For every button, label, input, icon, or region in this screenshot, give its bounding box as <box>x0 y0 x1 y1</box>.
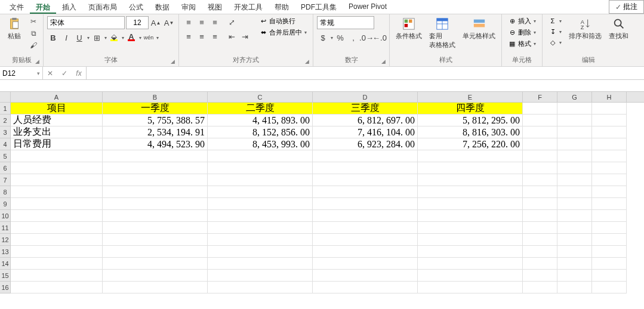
cell[interactable]: 5, 755, 388. 57 <box>103 115 208 126</box>
phonetic-dd-icon[interactable]: ▾ <box>156 35 159 41</box>
col-header-d[interactable]: D <box>313 92 418 102</box>
cell[interactable] <box>313 162 418 174</box>
cell[interactable] <box>557 186 592 198</box>
cell[interactable]: 一季度 <box>103 103 208 115</box>
tab-developer[interactable]: 开发工具 <box>228 0 269 14</box>
number-format-select[interactable] <box>317 16 374 29</box>
format-as-table-button[interactable]: 套用 表格格式 <box>427 16 458 51</box>
cell[interactable]: 5, 812, 295. 00 <box>418 115 523 126</box>
col-header-f[interactable]: F <box>523 92 557 102</box>
cell[interactable] <box>11 186 103 198</box>
format-cells-button[interactable]: ▦格式▾ <box>506 39 538 49</box>
row-header[interactable]: 2 <box>0 115 11 126</box>
align-center-button[interactable]: ≡ <box>196 30 208 42</box>
cell[interactable] <box>523 150 557 162</box>
tab-view[interactable]: 视图 <box>202 0 228 14</box>
cell[interactable] <box>208 234 313 246</box>
cell[interactable]: 三季度 <box>313 103 418 115</box>
dec-decimal-button[interactable]: ←.0 <box>374 32 386 44</box>
cell[interactable] <box>313 186 418 198</box>
cell[interactable]: 8, 152, 856. 00 <box>208 126 313 138</box>
cell[interactable] <box>592 258 627 270</box>
cell[interactable] <box>208 246 313 258</box>
cell[interactable] <box>11 270 103 282</box>
select-all-corner[interactable] <box>0 92 11 102</box>
cell[interactable] <box>208 174 313 186</box>
cell[interactable] <box>557 234 592 246</box>
col-header-e[interactable]: E <box>418 92 523 102</box>
cell[interactable] <box>523 126 557 138</box>
find-select-button[interactable]: 查找和 <box>606 16 631 42</box>
enter-formula-button[interactable]: ✓ <box>57 67 72 79</box>
cell[interactable] <box>11 150 103 162</box>
cells-area[interactable]: 项目一季度二季度三季度四季度人员经费5, 755, 388. 574, 415,… <box>11 103 644 293</box>
cell[interactable]: 8, 816, 303. 00 <box>418 126 523 138</box>
row-header[interactable]: 10 <box>0 210 11 222</box>
merge-center-button[interactable]: ⬌合并后居中▾ <box>257 27 309 38</box>
row-header[interactable]: 6 <box>0 162 11 174</box>
cell[interactable] <box>313 150 418 162</box>
cell[interactable]: 项目 <box>11 103 103 115</box>
cell[interactable] <box>557 115 592 126</box>
row-header[interactable]: 14 <box>0 258 11 270</box>
cell[interactable] <box>592 282 627 293</box>
paste-button[interactable]: 粘贴 <box>4 16 25 42</box>
cell[interactable] <box>523 174 557 186</box>
cell[interactable]: 7, 256, 220. 00 <box>418 138 523 150</box>
cell[interactable] <box>103 282 208 293</box>
cell[interactable] <box>523 186 557 198</box>
clear-button[interactable]: ◇▾ <box>546 38 564 47</box>
col-header-g[interactable]: G <box>557 92 592 102</box>
cell[interactable] <box>523 210 557 222</box>
align-bottom-button[interactable]: ≡ <box>209 16 221 28</box>
increase-font-button[interactable]: A▲ <box>150 17 162 29</box>
cell[interactable]: 4, 415, 893. 00 <box>208 115 313 126</box>
cell-styles-button[interactable]: 单元格样式 <box>460 16 498 42</box>
cell[interactable] <box>557 222 592 234</box>
phonetic-button[interactable]: wén <box>143 32 155 44</box>
cell[interactable] <box>11 198 103 210</box>
cell[interactable] <box>592 222 627 234</box>
cell[interactable] <box>418 186 523 198</box>
cell[interactable] <box>592 246 627 258</box>
cell[interactable] <box>11 222 103 234</box>
row-header[interactable]: 7 <box>0 174 11 186</box>
cell[interactable]: 四季度 <box>418 103 523 115</box>
cell[interactable] <box>557 282 592 293</box>
cell[interactable] <box>557 150 592 162</box>
formula-input[interactable] <box>87 67 644 79</box>
tab-review[interactable]: 审阅 <box>175 0 202 14</box>
cell[interactable] <box>557 126 592 138</box>
cell[interactable] <box>523 115 557 126</box>
clipboard-launcher-icon[interactable]: ◢ <box>35 58 39 64</box>
cell[interactable] <box>313 282 418 293</box>
fill-button[interactable]: ↧▾ <box>546 27 564 36</box>
font-size-select[interactable] <box>126 16 149 29</box>
delete-cells-button[interactable]: ⊖删除▾ <box>506 27 538 38</box>
border-dd-icon[interactable]: ▾ <box>104 35 107 41</box>
cell[interactable] <box>418 162 523 174</box>
cell[interactable] <box>557 198 592 210</box>
cell[interactable] <box>313 270 418 282</box>
cell[interactable] <box>11 246 103 258</box>
cell[interactable] <box>418 234 523 246</box>
cell[interactable] <box>523 138 557 150</box>
align-launcher-icon[interactable]: ◢ <box>305 58 309 64</box>
cell[interactable] <box>557 103 592 115</box>
sort-filter-button[interactable]: AZ 排序和筛选 <box>566 16 604 42</box>
cell[interactable] <box>592 210 627 222</box>
cell[interactable] <box>592 150 627 162</box>
cell[interactable] <box>418 270 523 282</box>
cell[interactable] <box>103 234 208 246</box>
row-header[interactable]: 16 <box>0 282 11 293</box>
cell[interactable]: 二季度 <box>208 103 313 115</box>
cell[interactable] <box>557 162 592 174</box>
cell[interactable] <box>103 186 208 198</box>
name-box[interactable]: D12▾ <box>0 67 43 79</box>
indent-inc-button[interactable]: ⇥ <box>239 30 251 42</box>
cell[interactable]: 6, 923, 284. 00 <box>313 138 418 150</box>
cell[interactable] <box>592 103 627 115</box>
cell[interactable] <box>523 270 557 282</box>
cell[interactable] <box>557 246 592 258</box>
tab-power-pivot[interactable]: Power Pivot <box>343 0 393 14</box>
